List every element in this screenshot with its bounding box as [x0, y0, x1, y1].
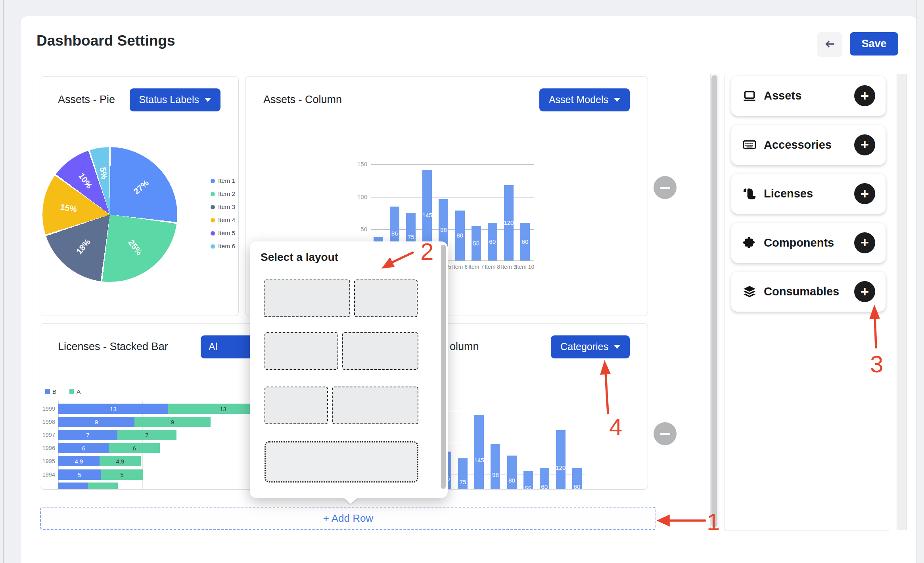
- stacked-value-label-b: 4.9: [58, 458, 100, 465]
- legend-dot: [211, 218, 215, 222]
- sidebar-vertical-scrollbar[interactable]: [897, 74, 907, 530]
- keyboard-icon: [742, 138, 757, 152]
- panel-title: Assets - Pie: [58, 94, 115, 106]
- layout-option-row1[interactable]: [264, 280, 350, 317]
- legend-item: Item 3: [211, 203, 235, 211]
- stacked-value-label-b: 6: [58, 445, 109, 452]
- legend-label: Item 4: [218, 216, 235, 224]
- y-axis-tick: 50: [351, 226, 367, 232]
- column-bar: [507, 456, 517, 490]
- sidebar-item-components[interactable]: Components+: [731, 223, 886, 263]
- sidebar-item-accessories[interactable]: Accessories+: [731, 125, 886, 165]
- y-axis-tick: 150: [351, 161, 367, 167]
- pie-chart: 27%25%18%15%10%5%: [42, 147, 177, 282]
- select-layout-popover: Select a layout: [250, 241, 448, 498]
- panel-assets-pie: Assets - Pie Status Labels 27%25%18%15%1…: [40, 76, 239, 316]
- content-scrollbar-thumb[interactable]: [711, 75, 717, 527]
- remove-row-1-button[interactable]: [654, 176, 677, 199]
- bar-value-label: 98: [435, 226, 451, 233]
- legend-label: Item 5: [218, 230, 235, 237]
- legend-item: Item 5: [211, 230, 235, 237]
- chevron-down-icon: [205, 98, 211, 102]
- license-icon: [742, 187, 757, 201]
- bar-value-label: 86: [387, 230, 403, 237]
- bar-value-label: 55: [520, 485, 536, 490]
- minus-circle-icon: [660, 187, 670, 189]
- page-title: Dashboard Settings: [36, 33, 175, 49]
- add-components-widget-button[interactable]: +: [854, 232, 875, 253]
- sidebar-item-assets[interactable]: Assets+: [731, 76, 886, 116]
- legend-label: Item 1: [218, 177, 235, 184]
- bar-value-label: 60: [517, 238, 533, 245]
- stacked-legend-swatch: [69, 389, 74, 394]
- legend-dot: [211, 179, 215, 183]
- panel-assets-pie-header: Assets - Pie Status Labels: [40, 77, 238, 123]
- add-licenses-widget-button[interactable]: +: [854, 183, 875, 204]
- layout-option-row3[interactable]: [265, 387, 328, 424]
- legend-item: Item 6: [211, 243, 235, 250]
- back-button[interactable]: [817, 32, 842, 57]
- puzzle-icon: [742, 236, 757, 250]
- stacked-bar-b: [58, 483, 88, 490]
- bar-value-label: 55: [468, 240, 484, 247]
- bar-value-label: 80: [452, 232, 468, 239]
- stacked-value-label-a: 6: [109, 445, 160, 452]
- add-row-button[interactable]: + Add Row: [40, 507, 656, 530]
- sidebar-item-label: Consumables: [764, 285, 854, 298]
- bar-value-label: 75: [403, 234, 419, 240]
- chart-gridline: [371, 164, 534, 165]
- stacked-category-label: 1998: [40, 419, 55, 425]
- sidebar-item-consumables[interactable]: Consumables+: [731, 272, 886, 312]
- widget-sidebar: Assets+Accessories+Licenses+Components+C…: [724, 74, 890, 531]
- popover-caret: [343, 498, 358, 504]
- stacked-bar-a: [88, 483, 118, 490]
- pie-slice-label: 27%: [132, 178, 150, 196]
- stacked-value-label-b: 5: [58, 471, 101, 478]
- pie-slice-label: 5%: [98, 167, 109, 180]
- save-button[interactable]: Save: [850, 32, 898, 56]
- stacked-legend-swatch: [45, 389, 50, 394]
- minus-circle-icon: [660, 433, 670, 435]
- bar-value-label: 60: [537, 483, 552, 490]
- y-axis-tick: 100: [351, 193, 367, 200]
- stacked-category-label: 1996: [40, 445, 55, 451]
- sidebar-item-label: Licenses: [764, 187, 854, 200]
- legend-item: Item 4: [211, 216, 235, 224]
- page-scrollbar[interactable]: [916, 0, 924, 563]
- legend-dot: [211, 205, 215, 209]
- stacked-value-label-b: 13: [58, 406, 168, 412]
- layout-option-row4[interactable]: [265, 441, 418, 483]
- stacked-category-label: 1994: [40, 471, 55, 478]
- legend-label: Item 3: [218, 203, 235, 211]
- bar-value-label: 145: [419, 212, 435, 218]
- content-scrollbar[interactable]: [710, 74, 719, 530]
- layout-option-row1[interactable]: [354, 280, 418, 317]
- layout-option-row2[interactable]: [342, 332, 418, 370]
- column-bar: [474, 415, 484, 490]
- stacked-gridline: [227, 401, 227, 489]
- dashboard-settings-page: Dashboard Settings Save Assets - Pie Sta…: [0, 0, 924, 563]
- stacked-value-label-b: 7: [58, 432, 117, 439]
- add-consumables-widget-button[interactable]: +: [854, 281, 875, 302]
- status-labels-dropdown[interactable]: Status Labels: [130, 88, 221, 111]
- layout-option-row3[interactable]: [332, 387, 418, 424]
- legend-item: Item 2: [211, 190, 235, 197]
- remove-row-2-button[interactable]: [654, 422, 677, 445]
- add-accessories-widget-button[interactable]: +: [854, 134, 875, 155]
- bar-value-label: 120: [501, 219, 517, 226]
- stacked-legend-label: A: [77, 388, 81, 395]
- layout-option-row2[interactable]: [265, 332, 338, 370]
- popover-scrollbar-thumb[interactable]: [441, 245, 446, 489]
- add-assets-widget-button[interactable]: +: [854, 85, 875, 106]
- stacked-category-label: 1999: [40, 406, 55, 412]
- stacked-value-label-a: 9: [134, 419, 211, 425]
- pie-slice-label: 15%: [60, 202, 78, 214]
- bar-value-label: 75: [455, 479, 471, 485]
- legend-dot: [211, 244, 215, 249]
- x-axis-label: Item 10: [511, 264, 539, 270]
- layers-icon: [742, 285, 757, 299]
- window-left-edge: [3, 0, 4, 563]
- legend-dot: [211, 192, 215, 196]
- sidebar-item-licenses[interactable]: Licenses+: [731, 174, 886, 214]
- popover-title: Select a layout: [261, 251, 338, 264]
